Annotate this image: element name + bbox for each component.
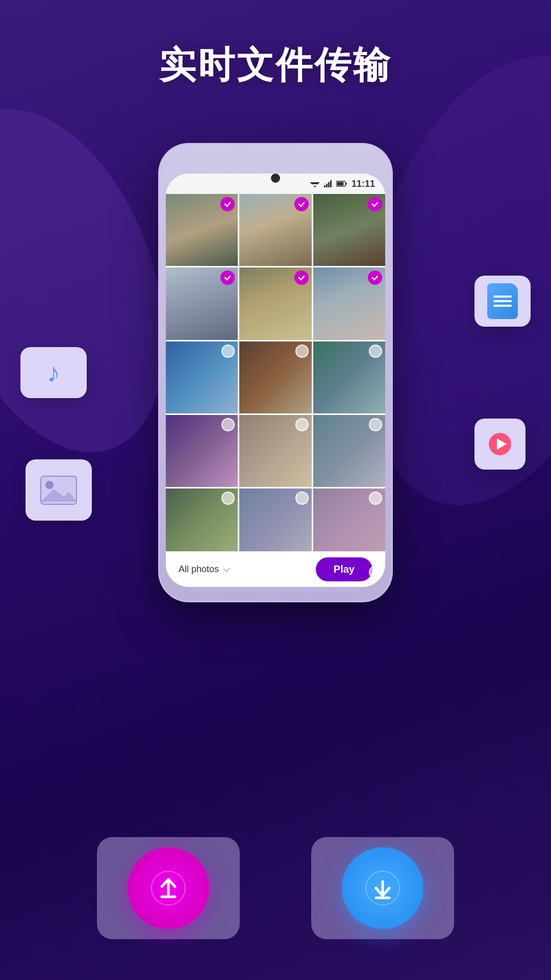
image-card — [26, 459, 92, 521]
photo-thumbnail — [239, 194, 311, 266]
photo-cell[interactable] — [166, 267, 238, 339]
document-card — [474, 276, 531, 327]
video-card — [474, 419, 525, 470]
photo-thumbnail — [166, 194, 238, 266]
signal-icon — [324, 180, 332, 187]
uncheck-badge — [295, 492, 309, 505]
image-icon — [38, 474, 79, 507]
play-icon — [487, 431, 513, 457]
all-photos-label: All photos — [179, 564, 219, 575]
photo-thumbnail — [313, 415, 385, 487]
photo-grid-scroll[interactable] — [166, 194, 385, 587]
photo-cell[interactable] — [313, 267, 385, 339]
photo-thumbnail — [313, 267, 385, 339]
check-badge — [220, 271, 235, 285]
photo-cell[interactable] — [166, 415, 238, 487]
photo-grid — [166, 194, 385, 587]
music-icon: ♪ — [47, 357, 60, 388]
phone-notch — [271, 174, 280, 183]
download-container — [311, 837, 454, 939]
svg-rect-4 — [326, 184, 328, 187]
music-card: ♪ — [20, 347, 87, 398]
check-badge — [368, 271, 382, 285]
photo-cell[interactable] — [239, 194, 311, 266]
photo-cell[interactable] — [166, 341, 238, 413]
photo-grid-container: All photos Play — [166, 194, 385, 587]
doc-line-3 — [493, 305, 512, 307]
svg-marker-2 — [313, 186, 316, 187]
download-button[interactable] — [342, 847, 423, 929]
status-time: 11:11 — [352, 179, 375, 189]
bottom-buttons-container — [97, 837, 454, 939]
uncheck-badge — [295, 418, 309, 431]
photo-thumbnail — [166, 415, 238, 487]
photo-thumbnail — [313, 341, 385, 413]
uncheck-badge — [221, 492, 235, 505]
uncheck-badge — [369, 345, 382, 358]
photo-cell[interactable] — [313, 415, 385, 487]
play-button[interactable]: Play — [316, 557, 372, 581]
uncheck-badge — [221, 566, 235, 579]
uncheck-badge — [369, 492, 382, 505]
bottom-bar: All photos Play — [166, 551, 385, 587]
svg-rect-9 — [346, 183, 347, 185]
photo-cell[interactable] — [239, 267, 311, 339]
svg-point-11 — [45, 481, 54, 489]
phone-mockup: 11:11 All photos Play — [158, 143, 393, 602]
check-badge — [294, 271, 309, 285]
doc-line-1 — [493, 296, 512, 298]
battery-icon — [336, 181, 347, 187]
upload-button[interactable] — [128, 847, 209, 929]
photo-thumbnail — [239, 267, 311, 339]
photo-cell[interactable] — [239, 488, 311, 560]
svg-rect-6 — [330, 180, 332, 187]
photo-thumbnail — [239, 341, 311, 413]
upload-container — [97, 837, 240, 939]
wifi-icon — [310, 180, 320, 187]
uncheck-badge — [295, 566, 309, 579]
photo-cell[interactable] — [239, 415, 311, 487]
photo-thumbnail — [239, 488, 311, 560]
check-badge — [368, 197, 382, 211]
document-icon — [487, 283, 518, 319]
doc-line-2 — [493, 300, 512, 302]
photo-cell[interactable] — [313, 488, 385, 560]
check-badge — [294, 197, 309, 211]
svg-rect-3 — [324, 185, 325, 187]
uncheck-badge — [369, 418, 382, 431]
photo-thumbnail — [166, 267, 238, 339]
photo-thumbnail — [313, 194, 385, 266]
uncheck-badge — [221, 345, 235, 358]
download-icon — [365, 870, 400, 906]
check-badge — [220, 197, 235, 211]
photo-thumbnail — [166, 341, 238, 413]
uncheck-badge — [221, 418, 235, 431]
page-title: 实时文件传输 — [0, 41, 551, 90]
upload-icon — [151, 870, 186, 906]
svg-rect-5 — [328, 182, 330, 187]
svg-rect-8 — [337, 182, 343, 186]
uncheck-badge — [369, 566, 382, 579]
photo-cell[interactable] — [166, 488, 238, 560]
photo-thumbnail — [239, 415, 311, 487]
photo-thumbnail — [166, 488, 238, 560]
photo-cell[interactable] — [313, 341, 385, 413]
photo-cell[interactable] — [239, 341, 311, 413]
photo-thumbnail — [313, 488, 385, 560]
photo-cell[interactable] — [313, 194, 385, 266]
uncheck-badge — [295, 345, 309, 358]
phone-screen: 11:11 All photos Play — [166, 174, 385, 587]
photo-cell[interactable] — [166, 194, 238, 266]
